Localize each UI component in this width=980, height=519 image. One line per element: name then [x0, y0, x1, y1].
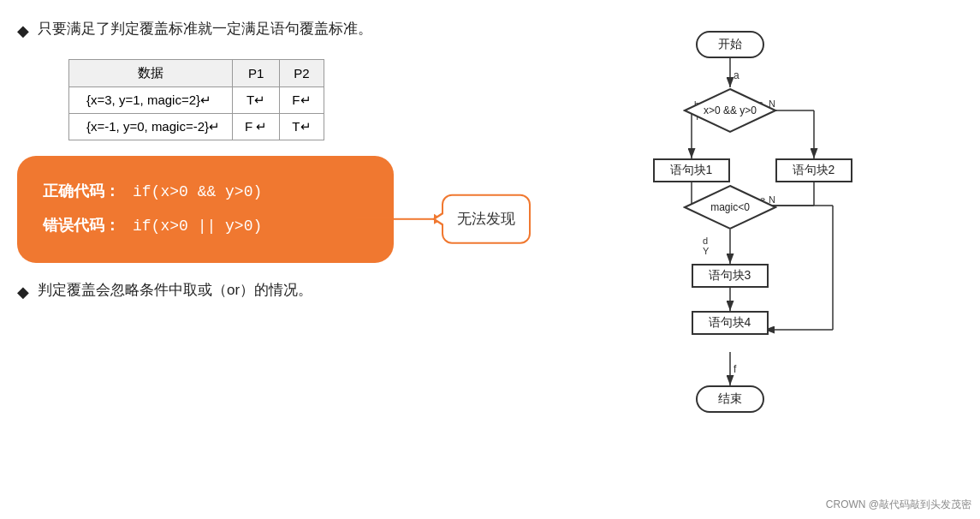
table-row: {x=3, y=1, magic=2}↵ T↵ F↵ [69, 86, 324, 113]
right-panel: a b Y c N d Y [548, 17, 963, 502]
coverage-table: 数据 P1 P2 {x=3, y=1, magic=2}↵ T↵ F↵ {x=-… [68, 59, 324, 140]
block2-node: 语句块2 [775, 158, 852, 182]
row1-p2: F↵ [280, 86, 324, 113]
wrong-label: 错误代码： [43, 217, 120, 234]
row1-data: {x=3, y=1, magic=2}↵ [69, 86, 233, 113]
watermark-text2: @敲代码敲到头发茂密 [869, 498, 971, 510]
bullet-item-2: ◆ 判定覆盖会忽略条件中取或（or）的情况。 [17, 278, 548, 305]
correct-code: if(x>0 && y>0) [133, 183, 262, 200]
table-row: {x=-1, y=0, magic=-2}↵ F ↵ T↵ [69, 113, 324, 140]
bullet-text-1: 只要满足了判定覆盖标准就一定满足语句覆盖标准。 [38, 17, 372, 40]
block3-node: 语句块3 [692, 264, 769, 288]
svg-text:x>0 && y>0: x>0 && y>0 [703, 104, 756, 116]
block1-node: 语句块1 [653, 158, 730, 182]
code-section: 正确代码： if(x>0 && y>0) 错误代码： if(x>0 || y>0… [17, 156, 531, 263]
callout-bubble: 无法发现 [442, 194, 531, 243]
block4-node: 语句块4 [692, 311, 769, 335]
svg-text:f: f [734, 363, 737, 375]
diamond-icon-2: ◆ [17, 280, 29, 305]
col-header-p1: P1 [233, 59, 280, 86]
diamond-icon-1: ◆ [17, 19, 29, 44]
diamond2-svg: magic<0 [683, 184, 777, 231]
row2-p1: F ↵ [233, 113, 280, 140]
start-label: 开始 [718, 37, 742, 52]
correct-code-line: 正确代码： if(x>0 && y>0) [43, 175, 368, 210]
block4-label: 语句块4 [709, 315, 751, 331]
end-node: 结束 [696, 385, 764, 413]
end-label: 结束 [718, 391, 742, 407]
block1-label: 语句块1 [670, 163, 713, 178]
wrong-code-line: 错误代码： if(x>0 || y>0) [43, 209, 368, 244]
block3-label: 语句块3 [709, 268, 751, 283]
condition1-node: x>0 && y>0 [683, 87, 777, 134]
left-panel: ◆ 只要满足了判定覆盖标准就一定满足语句覆盖标准。 数据 P1 P2 {x=3,… [17, 17, 548, 502]
code-box: 正确代码： if(x>0 && y>0) 错误代码： if(x>0 || y>0… [17, 156, 394, 263]
watermark-text: CROWN [826, 498, 869, 510]
arrow-line [356, 218, 442, 220]
flowchart: a b Y c N d Y [627, 26, 884, 514]
wrong-code: if(x>0 || y>0) [133, 218, 262, 235]
block2-label: 语句块2 [793, 163, 835, 178]
col-header-p2: P2 [280, 59, 324, 86]
callout-text: 无法发现 [457, 211, 515, 227]
watermark: CROWN @敲代码敲到头发茂密 [826, 498, 971, 512]
svg-text:d: d [703, 236, 708, 246]
col-header-data: 数据 [69, 59, 233, 86]
row2-data: {x=-1, y=0, magic=-2}↵ [69, 113, 233, 140]
data-table-wrapper: 数据 P1 P2 {x=3, y=1, magic=2}↵ T↵ F↵ {x=-… [43, 59, 548, 140]
bullet-text-2: 判定覆盖会忽略条件中取或（or）的情况。 [38, 278, 312, 301]
callout-wrapper: 无法发现 [356, 194, 531, 243]
row1-p1: T↵ [233, 86, 280, 113]
diamond1-svg: x>0 && y>0 [683, 87, 777, 134]
start-node: 开始 [696, 31, 764, 58]
row2-p2: T↵ [280, 113, 324, 140]
bullet-item-1: ◆ 只要满足了判定覆盖标准就一定满足语句覆盖标准。 [17, 17, 548, 44]
condition2-node: magic<0 [683, 184, 777, 231]
svg-text:magic<0: magic<0 [710, 201, 750, 213]
svg-text:a: a [734, 69, 739, 81]
correct-label: 正确代码： [43, 182, 120, 200]
svg-text:Y: Y [703, 246, 710, 256]
